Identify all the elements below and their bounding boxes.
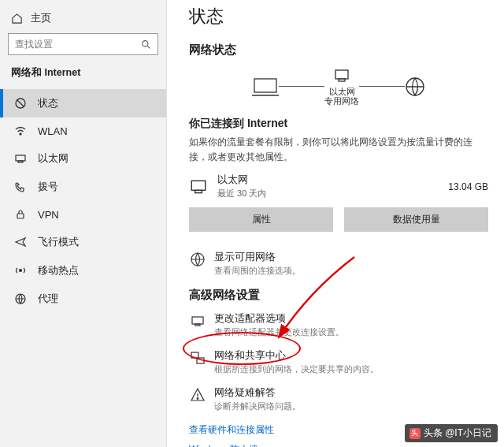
svg-point-22 xyxy=(197,398,198,400)
sidebar-item-status[interactable]: 状态 xyxy=(0,89,166,117)
svg-rect-20 xyxy=(197,358,204,363)
option-title: 网络和共享中心 xyxy=(214,349,379,363)
svg-rect-6 xyxy=(17,214,24,218)
change-adapter-options[interactable]: 更改适配器选项 查看网络适配器并更改连接设置。 xyxy=(189,312,488,338)
search-icon xyxy=(141,39,151,50)
hotspot-icon xyxy=(14,264,27,277)
connection-data-usage: 13.04 GB xyxy=(448,181,488,192)
svg-rect-5 xyxy=(18,161,23,162)
show-available-networks[interactable]: 显示可用网络 查看周围的连接选项。 xyxy=(189,251,488,277)
data-usage-button[interactable]: 数据使用量 xyxy=(344,207,488,232)
sidebar-item-dialup[interactable]: 拨号 xyxy=(0,173,166,201)
search-input[interactable] xyxy=(15,39,133,50)
option-desc: 诊断并解决网络问题。 xyxy=(214,400,301,412)
connected-desc: 如果你的流量套餐有限制，则你可以将此网络设置为按流量计费的连接，或者更改其他属性… xyxy=(189,135,488,164)
wifi-icon xyxy=(14,125,27,137)
svg-point-7 xyxy=(20,270,22,272)
sidebar-item-label: 以太网 xyxy=(38,151,69,166)
connected-title: 你已连接到 Internet xyxy=(189,117,488,131)
ethernet-icon xyxy=(189,177,208,196)
settings-sidebar: 主页 网络和 Internet 状态 WLAN 以太网 拨号 VPN xyxy=(0,0,167,447)
svg-rect-11 xyxy=(335,70,348,79)
sidebar-item-airplane[interactable]: 飞行模式 xyxy=(0,228,166,256)
connection-name: 以太网 xyxy=(217,173,448,187)
svg-rect-14 xyxy=(191,181,205,190)
proxy-icon xyxy=(14,292,27,305)
option-desc: 查看网络适配器并更改连接设置。 xyxy=(214,326,344,338)
status-icon xyxy=(14,97,27,110)
sidebar-item-proxy[interactable]: 代理 xyxy=(0,285,166,313)
network-troubleshoot[interactable]: 网络疑难解答 诊断并解决网络问题。 xyxy=(189,386,488,412)
network-status-heading: 网络状态 xyxy=(189,43,488,58)
home-label: 主页 xyxy=(31,11,51,25)
dialup-icon xyxy=(14,181,27,193)
network-sharing-center[interactable]: 网络和共享中心 根据所连接到的网络，决定要共享的内容。 xyxy=(189,349,488,375)
svg-point-0 xyxy=(143,40,148,46)
sidebar-item-hotspot[interactable]: 移动热点 xyxy=(0,256,166,285)
adapter-icon xyxy=(189,312,206,330)
option-desc: 查看周围的连接选项。 xyxy=(214,265,301,277)
link-windows-firewall[interactable]: Windows 防火墙 xyxy=(189,443,488,447)
connection-sub: 最近 30 天内 xyxy=(217,188,448,199)
sidebar-section-header: 网络和 Internet xyxy=(0,66,166,89)
connection-row: 以太网 最近 30 天内 13.04 GB xyxy=(189,173,488,199)
diagram-globe xyxy=(405,76,425,97)
option-desc: 根据所连接到的网络，决定要共享的内容。 xyxy=(214,363,379,375)
option-title: 网络疑难解答 xyxy=(214,386,301,400)
watermark-text: 头条 @IT小日记 xyxy=(424,427,491,440)
sidebar-item-label: VPN xyxy=(38,209,59,221)
vpn-icon xyxy=(14,208,27,221)
diagram-ethernet: 以太网专用网络 xyxy=(324,67,359,106)
watermark: 头 头条 @IT小日记 xyxy=(405,424,498,442)
sharing-icon xyxy=(189,349,206,367)
page-title: 状态 xyxy=(189,5,488,28)
airplane-icon xyxy=(14,236,27,248)
option-title: 更改适配器选项 xyxy=(214,312,344,326)
home-icon xyxy=(11,13,23,24)
svg-rect-12 xyxy=(339,79,345,81)
network-diagram: 以太网专用网络 xyxy=(189,67,488,106)
sidebar-item-label: 状态 xyxy=(38,96,58,110)
ethernet-icon xyxy=(14,152,27,165)
search-box[interactable] xyxy=(8,33,158,55)
svg-point-3 xyxy=(20,133,21,135)
home-link[interactable]: 主页 xyxy=(0,8,166,33)
svg-rect-9 xyxy=(254,79,276,92)
svg-rect-17 xyxy=(192,317,203,324)
sidebar-item-vpn[interactable]: VPN xyxy=(0,201,166,228)
sidebar-item-label: WLAN xyxy=(38,125,68,137)
sidebar-item-label: 移动热点 xyxy=(38,263,79,278)
globe-icon xyxy=(189,251,206,268)
properties-button[interactable]: 属性 xyxy=(189,207,333,232)
option-title: 显示可用网络 xyxy=(214,251,301,264)
main-panel: 状态 网络状态 以太网专用网络 你已连接到 Internet 如果你的流量套餐有… xyxy=(167,0,504,447)
diagram-line xyxy=(279,86,324,87)
svg-rect-15 xyxy=(195,190,202,192)
svg-rect-18 xyxy=(195,324,200,326)
sidebar-item-wlan[interactable]: WLAN xyxy=(0,117,166,144)
sidebar-item-label: 飞行模式 xyxy=(38,235,79,249)
svg-rect-19 xyxy=(191,352,198,358)
troubleshoot-icon xyxy=(189,386,206,404)
sidebar-item-ethernet[interactable]: 以太网 xyxy=(0,144,166,173)
watermark-icon: 头 xyxy=(410,428,421,439)
sidebar-item-label: 代理 xyxy=(38,292,58,306)
sidebar-item-label: 拨号 xyxy=(38,180,58,194)
advanced-settings-heading: 高级网络设置 xyxy=(189,288,488,303)
diagram-pc xyxy=(252,76,279,97)
svg-rect-4 xyxy=(16,155,25,161)
svg-line-1 xyxy=(147,46,150,48)
diagram-line xyxy=(359,86,405,87)
